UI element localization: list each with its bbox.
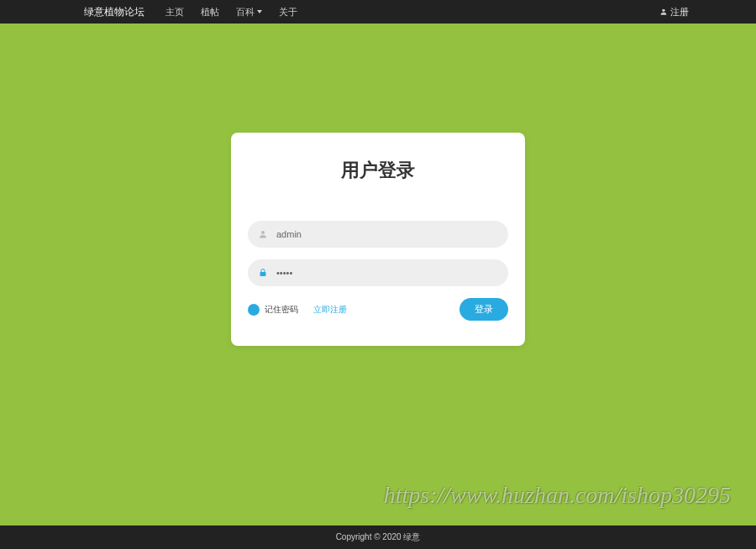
- login-button[interactable]: 登录: [459, 298, 508, 321]
- remember-label: 记住密码: [265, 304, 298, 316]
- watermark-text: https://www.huzhan.com/ishop30295: [384, 482, 731, 509]
- username-input[interactable]: [276, 229, 498, 239]
- login-title: 用户登录: [248, 158, 508, 183]
- nav-about[interactable]: 关于: [279, 6, 297, 18]
- nav-register[interactable]: 注册: [659, 6, 689, 18]
- nav-register-label: 注册: [670, 6, 689, 18]
- lock-icon: [258, 268, 268, 278]
- chevron-down-icon: [257, 10, 262, 13]
- remember-checkbox[interactable]: [248, 304, 260, 316]
- login-card: 用户登录 记住密码 立即注册 登录: [231, 133, 525, 346]
- nav-wiki[interactable]: 百科: [236, 6, 262, 18]
- nav-wiki-label: 百科: [236, 6, 255, 18]
- navbar: 绿意植物论坛 主页 植帖 百科 关于 注册: [0, 0, 756, 24]
- svg-rect-2: [260, 272, 266, 276]
- nav-posts[interactable]: 植帖: [201, 6, 219, 18]
- user-icon: [659, 8, 668, 16]
- footer-copyright: Copyright © 2020 绿意: [336, 531, 421, 543]
- form-actions-row: 记住密码 立即注册 登录: [248, 298, 508, 321]
- svg-point-1: [261, 231, 265, 234]
- main-area: 用户登录 记住密码 立即注册 登录 https://www.huzhan.com…: [0, 24, 756, 525]
- register-link[interactable]: 立即注册: [313, 304, 347, 316]
- svg-point-0: [662, 9, 664, 12]
- user-icon: [258, 229, 268, 239]
- footer: Copyright © 2020 绿意: [0, 525, 756, 549]
- password-input[interactable]: [276, 268, 498, 278]
- nav-home[interactable]: 主页: [165, 6, 184, 18]
- password-field-wrap: [248, 259, 508, 286]
- username-field-wrap: [248, 221, 508, 248]
- navbar-brand[interactable]: 绿意植物论坛: [84, 5, 144, 19]
